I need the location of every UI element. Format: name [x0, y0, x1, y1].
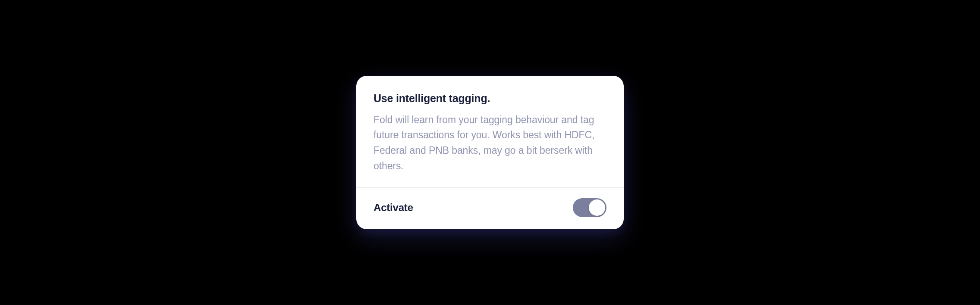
toggle-knob	[589, 199, 605, 216]
card-footer: Activate	[356, 188, 624, 229]
activate-toggle[interactable]	[573, 198, 606, 217]
settings-card: Use intelligent tagging. Fold will learn…	[356, 76, 624, 230]
card-content: Use intelligent tagging. Fold will learn…	[356, 76, 624, 188]
activate-label: Activate	[374, 202, 413, 214]
card-description: Fold will learn from your tagging behavi…	[374, 112, 606, 174]
card-title: Use intelligent tagging.	[374, 92, 606, 105]
